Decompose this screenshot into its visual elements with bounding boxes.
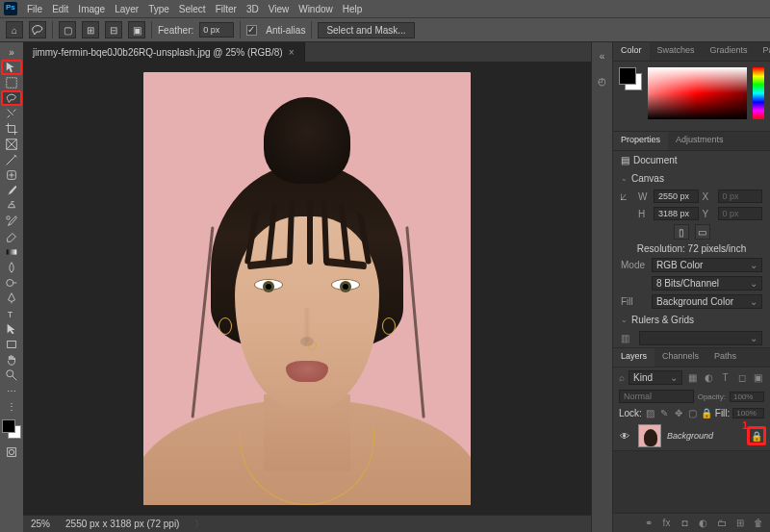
link-layers-icon[interactable]: ⚭ xyxy=(642,517,654,529)
quick-selection-tool[interactable] xyxy=(1,106,22,121)
height-input[interactable]: 3188 px xyxy=(654,207,699,220)
antialias-checkbox[interactable] xyxy=(246,25,257,36)
selection-add-icon[interactable]: ⊞ xyxy=(82,21,99,38)
status-chevron-icon[interactable]: 〉 xyxy=(194,518,204,531)
fill-color-select[interactable]: Background Color⌄ xyxy=(652,294,762,309)
lasso-tool-preset-icon[interactable] xyxy=(29,21,46,38)
collapse-arrows-icon[interactable]: « xyxy=(595,48,610,63)
menu-help[interactable]: Help xyxy=(343,4,363,14)
layer-name[interactable]: Background xyxy=(667,431,747,441)
dodge-tool[interactable] xyxy=(1,275,22,291)
color-picker-field[interactable] xyxy=(648,67,747,119)
layer-kind-select[interactable]: Kind⌄ xyxy=(629,370,682,385)
search-icon[interactable]: ⌕ xyxy=(619,372,625,383)
opacity-input[interactable]: 100% xyxy=(730,392,764,402)
blur-tool[interactable] xyxy=(1,260,22,275)
clone-stamp-tool[interactable] xyxy=(1,198,22,214)
selection-intersect-icon[interactable]: ▣ xyxy=(128,21,145,38)
menu-window[interactable]: Window xyxy=(298,4,333,14)
menu-edit[interactable]: Edit xyxy=(52,4,68,14)
tab-patterns[interactable]: Patterns xyxy=(756,42,770,61)
filter-shape-icon[interactable]: ◻ xyxy=(735,371,748,384)
lock-artboard-icon[interactable]: ▢ xyxy=(686,407,697,419)
tab-channels[interactable]: Channels xyxy=(654,348,706,367)
brush-tool[interactable] xyxy=(1,183,22,198)
layer-style-icon[interactable]: fx xyxy=(660,517,673,529)
quick-mask-icon[interactable] xyxy=(1,444,22,460)
menu-view[interactable]: View xyxy=(269,4,290,14)
menu-image[interactable]: Image xyxy=(78,4,105,14)
arrange-icon[interactable]: » xyxy=(1,44,22,60)
width-input[interactable]: 2550 px xyxy=(654,190,699,203)
lasso-tool[interactable] xyxy=(1,90,22,106)
eraser-tool[interactable] xyxy=(1,229,22,244)
orientation-landscape-icon[interactable]: ▭ xyxy=(695,224,710,240)
menu-type[interactable]: Type xyxy=(148,4,169,14)
path-selection-tool[interactable] xyxy=(1,321,22,337)
eyedropper-tool[interactable] xyxy=(1,152,22,167)
filter-type-icon[interactable]: T xyxy=(719,371,732,384)
gradient-tool[interactable] xyxy=(1,244,22,260)
filter-adjust-icon[interactable]: ◐ xyxy=(703,371,715,384)
menu-file[interactable]: File xyxy=(27,4,42,14)
history-brush-tool[interactable] xyxy=(1,214,22,229)
layer-visibility-icon[interactable]: 👁 xyxy=(617,431,632,442)
ruler-icon[interactable]: ▥ xyxy=(621,333,629,343)
canvas-section-header[interactable]: ⌄ Canvas xyxy=(613,169,770,188)
home-icon[interactable]: ⌂ xyxy=(6,21,23,38)
move-tool[interactable] xyxy=(1,60,22,75)
toolbar-more-icon[interactable]: ⋯ xyxy=(1,383,22,398)
edit-toolbar-icon[interactable]: ⋮ xyxy=(1,398,22,414)
selection-subtract-icon[interactable]: ⊟ xyxy=(105,21,122,38)
pen-tool[interactable] xyxy=(1,291,22,306)
hue-slider[interactable] xyxy=(753,67,764,119)
foreground-background-colors[interactable] xyxy=(2,419,21,439)
feather-input[interactable] xyxy=(199,22,234,38)
selection-new-icon[interactable]: ▢ xyxy=(59,21,76,38)
healing-brush-tool[interactable] xyxy=(1,167,22,183)
hand-tool[interactable] xyxy=(1,352,22,367)
foreground-color-swatch[interactable] xyxy=(2,419,15,433)
ruler-units-select[interactable]: ⌄ xyxy=(639,331,762,345)
filter-pixel-icon[interactable]: ▦ xyxy=(686,371,699,384)
new-layer-icon[interactable]: ⊞ xyxy=(733,517,746,529)
menu-3d[interactable]: 3D xyxy=(246,4,259,14)
tab-gradients[interactable]: Gradients xyxy=(703,42,756,61)
tab-color[interactable]: Color xyxy=(613,42,650,61)
bit-depth-select[interactable]: 8 Bits/Channel⌄ xyxy=(652,276,762,291)
new-group-icon[interactable]: 🗀 xyxy=(715,517,728,529)
adjustment-layer-icon[interactable]: ◐ xyxy=(697,517,709,529)
tab-layers[interactable]: Layers xyxy=(613,348,654,367)
tab-adjustments[interactable]: Adjustments xyxy=(668,132,732,150)
select-and-mask-button[interactable]: Select and Mask... xyxy=(318,22,414,38)
type-tool[interactable]: T xyxy=(1,306,22,321)
fill-opacity-input[interactable]: 100% xyxy=(732,408,764,418)
layer-row[interactable]: 👁 Background 1 🔒 xyxy=(613,421,770,451)
zoom-tool[interactable] xyxy=(1,367,22,383)
layer-mask-icon[interactable]: ◘ xyxy=(679,517,691,529)
canvas[interactable] xyxy=(23,62,591,515)
blend-mode-select[interactable]: Normal xyxy=(619,390,694,403)
menu-layer[interactable]: Layer xyxy=(115,4,139,14)
history-panel-icon[interactable]: ◴ xyxy=(595,73,610,89)
delete-layer-icon[interactable]: 🗑 xyxy=(752,517,764,529)
orientation-portrait-icon[interactable]: ▯ xyxy=(674,224,689,240)
color-mode-select[interactable]: RGB Color⌄ xyxy=(652,258,762,272)
document-tab[interactable]: jimmy-fermin-bqe0J0b26RQ-unsplash.jpg @ … xyxy=(23,42,305,62)
layer-lock-icon[interactable]: 1 🔒 xyxy=(747,426,766,445)
marquee-tool[interactable] xyxy=(1,75,22,90)
lock-transparency-icon[interactable]: ▨ xyxy=(645,407,655,419)
menu-select[interactable]: Select xyxy=(179,4,206,14)
x-input[interactable]: 0 px xyxy=(718,190,763,203)
layer-thumbnail[interactable] xyxy=(638,424,661,447)
crop-tool[interactable] xyxy=(1,121,22,137)
tab-swatches[interactable]: Swatches xyxy=(650,42,703,61)
lock-pixels-icon[interactable]: ✎ xyxy=(658,407,669,419)
close-tab-icon[interactable]: × xyxy=(289,47,295,58)
y-input[interactable]: 0 px xyxy=(718,207,763,220)
lock-all-icon[interactable]: 🔒 xyxy=(701,407,712,419)
tab-paths[interactable]: Paths xyxy=(706,348,744,367)
rectangle-tool[interactable] xyxy=(1,337,22,352)
lock-position-icon[interactable]: ✥ xyxy=(673,407,683,419)
zoom-level[interactable]: 25% xyxy=(31,519,50,529)
